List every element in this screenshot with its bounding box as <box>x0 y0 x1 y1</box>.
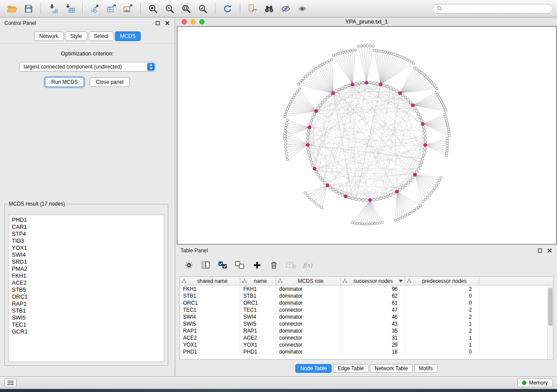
criterion-select[interactable]: largest connected component (undirected) <box>19 62 156 72</box>
network-graph[interactable] <box>177 27 556 244</box>
table-panel-close-button[interactable] <box>547 248 553 254</box>
memory-button[interactable]: Memory <box>517 378 553 387</box>
tab-network-table[interactable]: Network Table <box>370 364 413 373</box>
refresh-layout-button[interactable] <box>220 2 235 15</box>
show-graphics-button[interactable] <box>295 2 310 15</box>
zoom-selected-button[interactable] <box>195 2 210 15</box>
run-mcds-button[interactable]: Run MCDS <box>45 77 84 87</box>
mcds-result-item[interactable]: PHD1 <box>9 217 164 224</box>
mcds-result-item[interactable]: YOX1 <box>9 244 164 251</box>
node-table-rows: FKH1 FKH1 dominator 96 2 STB1 STB1 domin… <box>180 285 547 359</box>
table-row[interactable]: SWI4 SWI4 dominator 46 2 <box>180 313 547 320</box>
column-header-shared-name[interactable]: shared name <box>180 277 240 285</box>
list-icon <box>7 380 14 385</box>
main-toolbar <box>0 0 557 17</box>
mcds-result-item[interactable]: PMA2 <box>9 265 164 272</box>
control-panel: Control Panel Network Style Select MCDS … <box>0 17 175 376</box>
mcds-result-list[interactable]: PHD1CAR1STP4TID3YOX1SWI4SRD1PMA2FKH1ACE2… <box>8 215 164 362</box>
mcds-result-item[interactable]: TEC1 <box>9 321 164 328</box>
zoom-fit-icon <box>181 3 191 14</box>
save-button[interactable] <box>21 2 36 15</box>
binoculars-icon <box>263 3 275 14</box>
control-panel-float-button[interactable] <box>155 20 161 26</box>
mcds-result-item[interactable]: SWI5 <box>9 314 164 321</box>
cell-predecessor-nodes: 2 <box>405 285 479 292</box>
tab-network[interactable]: Network <box>34 31 64 41</box>
find-button[interactable] <box>262 2 277 15</box>
optimization-criterion-label: Optimization criterion: <box>0 51 175 57</box>
delete-column-button[interactable] <box>267 258 280 272</box>
tab-style[interactable]: Style <box>65 31 87 41</box>
import-table-button[interactable] <box>62 2 77 15</box>
network-canvas[interactable] <box>177 26 557 244</box>
zoom-in-button[interactable] <box>145 2 160 15</box>
search-input[interactable] <box>445 5 548 12</box>
column-header-predecessor-nodes[interactable]: predecessor nodes <box>405 277 479 285</box>
table-panel-float-button[interactable] <box>537 248 543 254</box>
cell-predecessor-nodes: 0 <box>405 348 479 355</box>
add-column-button[interactable] <box>250 258 263 272</box>
table-settings-button[interactable] <box>182 258 195 272</box>
mcds-result-item[interactable]: SRD1 <box>9 258 164 265</box>
tab-motifs[interactable]: Motifs <box>414 364 438 373</box>
mcds-result-item[interactable]: STB1 <box>9 307 164 314</box>
task-history-button[interactable] <box>4 378 17 387</box>
mcds-result-item[interactable]: SWI4 <box>9 251 164 258</box>
network-title: YPA_prune.txt_1 <box>176 18 557 25</box>
tab-select[interactable]: Select <box>89 31 114 41</box>
float-window-icon <box>538 248 542 253</box>
zoom-out-button[interactable] <box>162 2 177 15</box>
toggle-graphics-button[interactable] <box>278 2 293 15</box>
export-network-button[interactable] <box>87 2 102 15</box>
toolbar-separator <box>215 3 215 14</box>
mcds-close-panel-button[interactable]: Close panel <box>90 77 129 87</box>
mcds-result-item[interactable]: ORC1 <box>9 293 164 300</box>
table-row[interactable]: YOX1 YOX1 connector 29 1 <box>180 341 547 348</box>
table-row[interactable]: SWI5 SWI5 connector 43 1 <box>180 320 547 327</box>
mcds-result-item[interactable]: STB5 <box>9 286 164 293</box>
trash-icon <box>270 261 278 270</box>
table-row[interactable]: FKH1 FKH1 dominator 96 2 <box>180 285 547 292</box>
column-header-mcds-role[interactable]: MCDS role <box>276 277 341 285</box>
tab-edge-table[interactable]: Edge Table <box>333 364 369 373</box>
gear-icon <box>184 261 194 270</box>
open-file-button[interactable] <box>4 2 19 15</box>
column-header-name[interactable]: name <box>240 277 276 285</box>
table-row[interactable]: RAP1 RAP1 dominator 35 2 <box>180 327 547 334</box>
mcds-result-item[interactable]: TID3 <box>9 237 164 244</box>
table-row[interactable]: TEC1 TEC1 connector 47 2 <box>180 306 547 313</box>
table-panel: Table Panel <box>176 245 557 376</box>
show-columns-button[interactable] <box>199 258 212 272</box>
export-image-button[interactable] <box>121 2 135 15</box>
table-row[interactable]: PHD1 PHD1 dominator 18 0 <box>180 348 547 355</box>
column-header-successor-nodes[interactable]: successor nodes <box>341 277 405 285</box>
mcds-result-item[interactable]: FKH1 <box>9 272 164 279</box>
cell-mcds-role: dominator <box>276 285 341 292</box>
cell-filler <box>479 313 547 320</box>
zoom-fit-button[interactable] <box>179 2 194 15</box>
table-scrollbar[interactable] <box>547 285 553 359</box>
function-builder-button[interactable]: f(x) <box>301 258 315 272</box>
table-row[interactable]: ORC1 ORC1 dominator 61 0 <box>180 299 547 306</box>
cell-mcds-role: dominator <box>276 292 341 299</box>
mcds-result-item[interactable]: STP4 <box>9 230 164 237</box>
tab-node-table[interactable]: Node Table <box>295 364 332 373</box>
hide-column-button[interactable] <box>284 258 298 272</box>
deselect-all-rows-button[interactable] <box>233 258 246 272</box>
table-row[interactable]: ACE2 ACE2 connector 31 1 <box>180 334 547 341</box>
scrollbar-thumb[interactable] <box>548 288 553 326</box>
share-document-button[interactable] <box>245 2 260 15</box>
cell-filler <box>479 327 547 334</box>
network-window: YPA_prune.txt_1 <box>176 17 557 245</box>
table-row[interactable]: STB1 STB1 dominator 62 0 <box>180 292 547 299</box>
mcds-result-item[interactable]: RAP1 <box>9 300 164 307</box>
import-network-button[interactable] <box>46 2 61 15</box>
mcds-result-item[interactable]: ACE2 <box>9 279 164 286</box>
export-table-button[interactable] <box>104 2 119 15</box>
select-all-rows-button[interactable] <box>216 258 229 272</box>
mcds-result-item[interactable]: CAR1 <box>9 224 164 230</box>
mcds-result-item[interactable]: GCR1 <box>9 328 164 335</box>
control-panel-close-button[interactable] <box>164 20 170 26</box>
tab-mcds[interactable]: MCDS <box>115 31 141 41</box>
cell-filler <box>479 341 547 348</box>
